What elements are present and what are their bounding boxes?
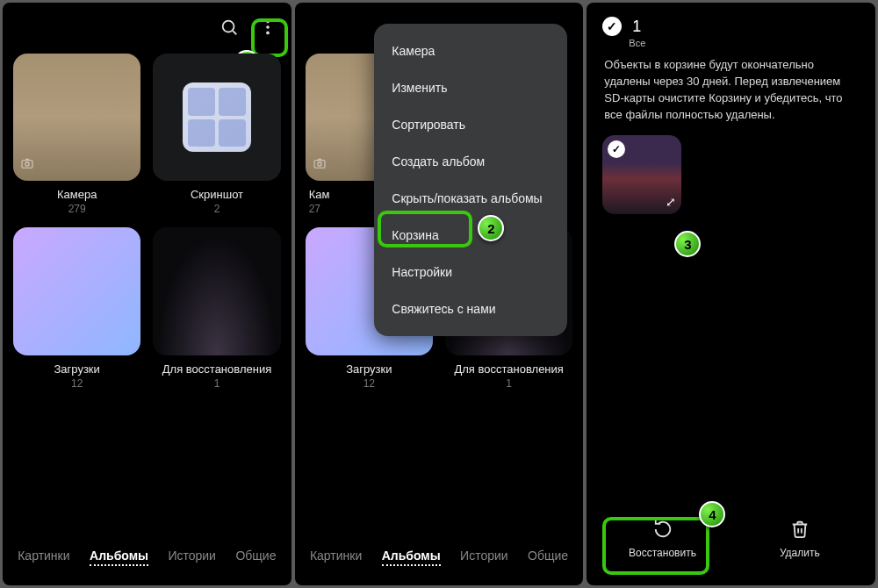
trash-info-text: Объекты в корзине будут окончательно уда…	[587, 48, 875, 135]
svg-point-6	[25, 162, 29, 166]
delete-button[interactable]: Удалить	[752, 513, 848, 566]
menu-create-album[interactable]: Создать альбом	[374, 143, 567, 180]
select-all-checkbox[interactable]: ✓	[602, 17, 622, 36]
tab-albums[interactable]: Альбомы	[90, 549, 148, 566]
bottom-tabs: Картинки Альбомы Истории Общие	[295, 534, 584, 585]
album-thumb	[13, 54, 140, 181]
album-thumb	[153, 227, 280, 355]
svg-point-2	[266, 20, 270, 24]
album-count: 27	[309, 203, 320, 215]
toolbar	[3, 3, 291, 47]
album-count: 1	[214, 377, 220, 390]
selection-count: 1	[632, 18, 641, 36]
overflow-menu: Камера Изменить Сортировать Создать альб…	[374, 24, 567, 336]
restore-icon	[653, 520, 673, 541]
svg-point-3	[266, 25, 270, 29]
trash-icon	[790, 520, 810, 541]
tab-shared[interactable]: Общие	[528, 549, 568, 566]
album-downloads[interactable]: Загрузки 12	[13, 227, 140, 389]
album-restore[interactable]: Для восстановления 1	[153, 227, 280, 389]
tab-stories[interactable]: Истории	[168, 549, 216, 566]
album-count: 1	[506, 377, 512, 390]
tab-shared[interactable]: Общие	[235, 549, 276, 566]
camera-icon	[313, 156, 327, 174]
trash-screen: ✓ 1 Все Объекты в корзине будут окончате…	[587, 3, 875, 585]
svg-rect-7	[314, 161, 325, 169]
album-thumb	[153, 54, 280, 181]
menu-edit[interactable]: Изменить	[374, 69, 567, 106]
album-name: Скриншот	[191, 188, 243, 201]
menu-camera[interactable]: Камера	[374, 32, 567, 69]
tab-pictures[interactable]: Картинки	[18, 549, 69, 566]
album-count: 2	[214, 203, 220, 215]
album-thumb	[13, 227, 140, 355]
check-icon: ✓	[608, 140, 625, 158]
bottom-tabs: Картинки Альбомы Истории Общие	[3, 534, 291, 585]
tab-pictures[interactable]: Картинки	[310, 549, 362, 566]
svg-point-8	[318, 162, 321, 166]
restore-label: Восстановить	[629, 547, 696, 559]
svg-point-4	[266, 32, 270, 35]
album-name: Загрузки	[54, 362, 100, 376]
album-name: Кам	[309, 188, 330, 201]
gallery-menu-screen: Кам 27 Загрузки 12 Для восстановления 1 …	[295, 3, 584, 585]
tab-stories[interactable]: Истории	[460, 549, 508, 566]
album-count: 12	[363, 377, 375, 390]
trash-item[interactable]: ✓ ⤢	[602, 135, 681, 214]
menu-trash[interactable]: Корзина	[374, 217, 567, 254]
bottom-actions: Восстановить Удалить	[587, 497, 875, 585]
camera-icon	[20, 156, 34, 174]
menu-sort[interactable]: Сортировать	[374, 106, 567, 143]
tab-albums[interactable]: Альбомы	[382, 549, 441, 566]
menu-hide-albums[interactable]: Скрыть/показать альбомы	[374, 180, 567, 217]
search-icon[interactable]	[220, 18, 239, 40]
delete-label: Удалить	[780, 547, 820, 559]
trash-grid: ✓ ⤢	[587, 135, 875, 214]
album-camera[interactable]: Камера 279	[13, 54, 140, 215]
album-count: 12	[71, 377, 83, 390]
menu-contact[interactable]: Свяжитесь с нами	[374, 290, 567, 327]
selection-header: ✓ 1	[587, 3, 875, 39]
album-count: 279	[68, 203, 86, 215]
restore-button[interactable]: Восстановить	[615, 513, 711, 566]
more-icon[interactable]	[253, 14, 283, 44]
gallery-albums-screen: 1 Камера 279 Скриншот 2 Загрузки 12	[3, 3, 291, 585]
svg-rect-5	[22, 161, 32, 169]
album-name: Для восстановления	[454, 362, 563, 376]
step-badge-3: 3	[674, 231, 701, 257]
album-name: Загрузки	[346, 362, 392, 376]
svg-line-1	[233, 31, 236, 34]
album-grid: Камера 279 Скриншот 2 Загрузки 12 Для во…	[3, 47, 291, 397]
svg-point-0	[222, 21, 234, 32]
select-all-label: Все	[613, 38, 875, 48]
album-name: Для восстановления	[162, 362, 271, 376]
menu-settings[interactable]: Настройки	[374, 254, 567, 290]
expand-icon: ⤢	[666, 195, 676, 209]
album-screenshots[interactable]: Скриншот 2	[153, 54, 280, 215]
album-name: Камера	[57, 188, 97, 201]
